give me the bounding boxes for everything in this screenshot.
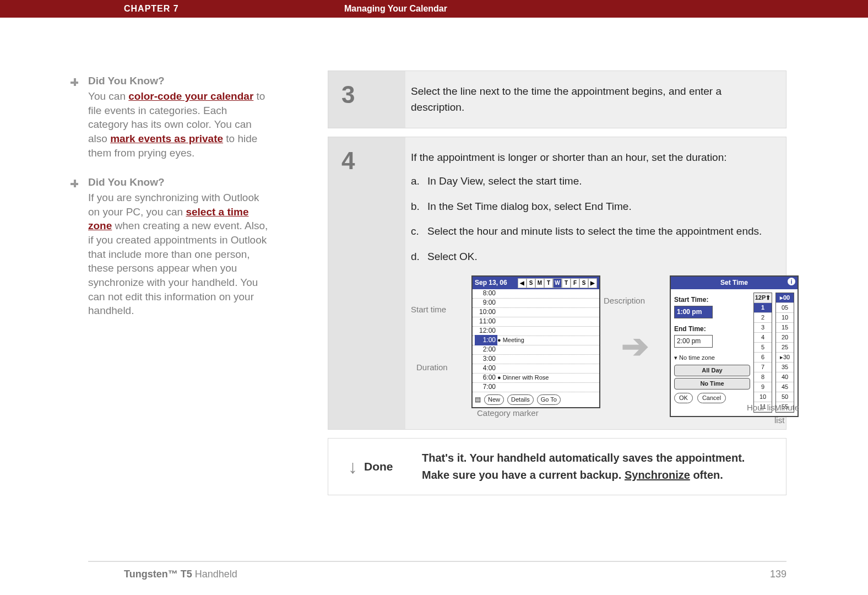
all-day-button[interactable]: All Day xyxy=(674,365,750,376)
goto-button[interactable]: Go To xyxy=(537,394,561,405)
palm-day-tabs[interactable]: ◀SMTWTFS▶ xyxy=(518,278,597,288)
time-slot[interactable]: 7:00 xyxy=(473,383,599,392)
time-fields: Start Time: 1:00 pm End Time: 2:00 pm ▾ … xyxy=(674,293,750,413)
cancel-button[interactable]: Cancel xyxy=(697,393,726,403)
end-time-field[interactable]: 2:00 pm xyxy=(674,335,713,348)
tip-body: You can color-code your calendar to file… xyxy=(88,89,270,160)
substep-a: In Day View, select the start time. xyxy=(427,175,582,187)
time-slot[interactable]: 11:00 xyxy=(473,317,599,327)
timezone-selector[interactable]: ▾ No time zone xyxy=(674,353,750,363)
set-time-screenshot: Set Time i Start Time: 1:00 pm End Time:… xyxy=(670,275,799,417)
chapter-number: CHAPTER 7 xyxy=(124,4,179,14)
synchronize-link[interactable]: Synchronize xyxy=(625,469,690,481)
step-intro: If the appointment is longer or shorter … xyxy=(411,152,727,163)
tip-body: If you are synchronizing with Outlook on… xyxy=(88,191,270,318)
callout-category: Category marker xyxy=(477,407,539,419)
time-slot[interactable]: 9:00 xyxy=(473,299,599,308)
sidebar-tips: Did You Know? You can color-code your ca… xyxy=(88,75,270,334)
tip-1: Did You Know? You can color-code your ca… xyxy=(88,75,270,160)
time-slot[interactable]: 8:00 xyxy=(473,289,599,299)
step-body: Select the line next to the time the app… xyxy=(405,71,786,128)
palm-date: Sep 13, 06 xyxy=(475,278,507,288)
steps-panel: 3 Select the line next to the time the a… xyxy=(328,71,786,495)
tip-heading: Did You Know? xyxy=(88,176,270,188)
done-arrow-icon: ↓ xyxy=(348,456,357,478)
ok-button[interactable]: OK xyxy=(674,393,693,403)
dialog-title: Set Time i xyxy=(671,277,798,289)
step-4: 4 If the appointment is longer or shorte… xyxy=(328,137,786,430)
page-number: 139 xyxy=(770,569,786,580)
hour-list[interactable]: 12P⬆1234567891011 xyxy=(753,293,772,413)
done-label: Done xyxy=(364,460,393,473)
callout-minute-list: Minute list xyxy=(774,401,799,427)
step-3: 3 Select the line next to the time the a… xyxy=(328,71,786,128)
chapter-header: CHAPTER 7 Managing Your Calendar xyxy=(0,0,868,18)
callout-description: Description xyxy=(604,294,645,307)
done-text: That's it. Your handheld automatically s… xyxy=(414,450,772,484)
footer-rule xyxy=(88,561,786,562)
no-time-button[interactable]: No Time xyxy=(674,378,750,390)
tip-link[interactable]: mark events as private xyxy=(110,133,223,144)
palm-day-view: Sep 13, 06 ◀SMTWTFS▶ 8:009:0010:0011:001… xyxy=(471,275,600,408)
plus-icon xyxy=(68,177,80,190)
step-number: 3 xyxy=(328,71,405,128)
view-icon[interactable]: ▤ xyxy=(475,394,481,405)
callout-start-time: Start time xyxy=(411,303,446,316)
step-number: 4 xyxy=(328,137,405,429)
plus-icon xyxy=(68,76,80,88)
time-slot[interactable]: 10:00 xyxy=(473,308,599,317)
start-time-field[interactable]: 1:00 pm xyxy=(674,306,713,318)
palm-titlebar: Sep 13, 06 ◀SMTWTFS▶ xyxy=(473,277,599,289)
substep-d: Select OK. xyxy=(427,251,478,262)
end-time-label: End Time: xyxy=(674,324,750,334)
screenshots-row: Start time Duration Description Category… xyxy=(411,275,799,417)
step-body: If the appointment is longer or shorter … xyxy=(405,137,813,429)
substep-c: Select the hour and minute lists to sele… xyxy=(427,225,762,237)
substeps: a.In Day View, select the start time. b.… xyxy=(411,173,799,264)
tip-text: when creating a new event. Also, if you … xyxy=(88,220,268,316)
tip-2: Did You Know? If you are synchronizing w… xyxy=(88,176,270,318)
time-slot[interactable]: 6:00● Dinner with Rose xyxy=(473,374,599,383)
arrow-right-icon: ➔ xyxy=(621,321,649,372)
footer-product: Tungsten™ T5 Handheld xyxy=(124,569,237,580)
palm-set-time: Set Time i Start Time: 1:00 pm End Time:… xyxy=(670,275,799,417)
time-slot[interactable]: 3:00 xyxy=(473,355,599,364)
time-slot[interactable]: 1:00● Meeting xyxy=(473,336,599,345)
substep-b: In the Set Time dialog box, select End T… xyxy=(427,201,632,212)
palm-toolbar: ▤ New Details Go To xyxy=(473,392,599,407)
day-view-screenshot: Start time Duration Description Category… xyxy=(411,275,600,408)
info-icon[interactable]: i xyxy=(788,278,795,285)
callout-hour-list: Hour list xyxy=(747,401,777,414)
tip-link[interactable]: color-code your calendar xyxy=(128,90,253,102)
time-slot[interactable]: 12:00 xyxy=(473,327,599,336)
tip-text: You can xyxy=(88,90,128,102)
callout-duration: Duration xyxy=(416,361,448,374)
done-panel: ↓ Done That's it. Your handheld automati… xyxy=(328,438,786,495)
new-button[interactable]: New xyxy=(484,394,504,405)
time-slot[interactable]: 2:00 xyxy=(473,345,599,355)
start-time-label: Start Time: xyxy=(674,295,750,305)
tip-heading: Did You Know? xyxy=(88,75,270,87)
chapter-title: Managing Your Calendar xyxy=(344,4,447,14)
time-slot[interactable]: 4:00 xyxy=(473,364,599,374)
details-button[interactable]: Details xyxy=(507,394,534,405)
minute-list[interactable]: ▸000510152025▸303540455055 xyxy=(775,293,794,413)
